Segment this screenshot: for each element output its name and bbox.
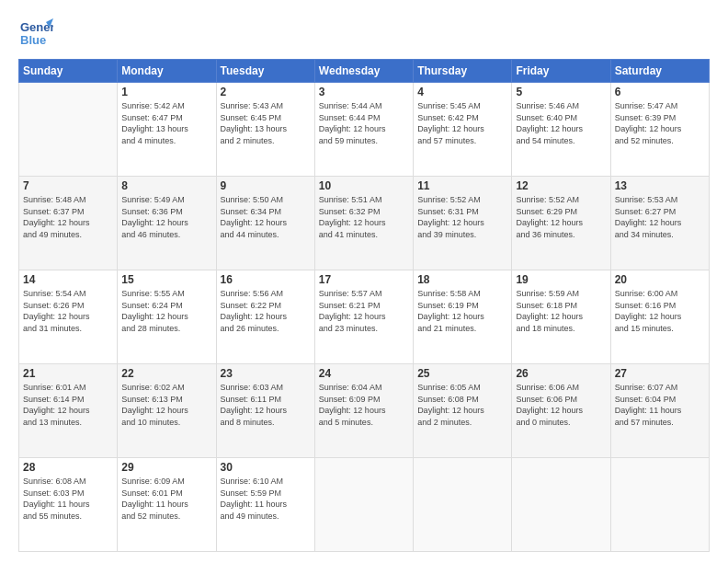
day-info: Sunrise: 5:58 AM Sunset: 6:19 PM Dayligh… bbox=[417, 288, 507, 334]
calendar-cell: 19Sunrise: 5:59 AM Sunset: 6:18 PM Dayli… bbox=[512, 270, 610, 364]
day-info: Sunrise: 5:55 AM Sunset: 6:24 PM Dayligh… bbox=[121, 288, 211, 334]
calendar-cell bbox=[512, 458, 610, 552]
calendar-cell: 18Sunrise: 5:58 AM Sunset: 6:19 PM Dayli… bbox=[414, 270, 512, 364]
calendar-week-row: 14Sunrise: 5:54 AM Sunset: 6:26 PM Dayli… bbox=[19, 270, 710, 364]
day-info: Sunrise: 6:03 AM Sunset: 6:11 PM Dayligh… bbox=[221, 382, 311, 428]
calendar-cell: 21Sunrise: 6:01 AM Sunset: 6:14 PM Dayli… bbox=[19, 364, 118, 458]
day-info: Sunrise: 6:08 AM Sunset: 6:03 PM Dayligh… bbox=[23, 476, 113, 522]
day-info: Sunrise: 5:52 AM Sunset: 6:31 PM Dayligh… bbox=[417, 194, 507, 240]
day-info: Sunrise: 6:09 AM Sunset: 6:01 PM Dayligh… bbox=[121, 476, 211, 522]
day-info: Sunrise: 5:53 AM Sunset: 6:27 PM Dayligh… bbox=[615, 194, 705, 240]
calendar-week-row: 1Sunrise: 5:42 AM Sunset: 6:47 PM Daylig… bbox=[19, 83, 710, 177]
calendar-cell: 5Sunrise: 5:46 AM Sunset: 6:40 PM Daylig… bbox=[512, 83, 610, 177]
page: General Blue SundayMondayTuesdayWednesda… bbox=[0, 0, 728, 563]
day-number: 2 bbox=[221, 86, 311, 98]
calendar-cell: 7Sunrise: 5:48 AM Sunset: 6:37 PM Daylig… bbox=[19, 177, 118, 270]
day-number: 16 bbox=[221, 273, 311, 286]
day-number: 11 bbox=[417, 179, 507, 192]
day-number: 3 bbox=[319, 86, 409, 98]
day-number: 9 bbox=[221, 179, 311, 192]
calendar-cell: 8Sunrise: 5:49 AM Sunset: 6:36 PM Daylig… bbox=[118, 177, 216, 270]
day-number: 25 bbox=[417, 367, 507, 380]
calendar-cell: 11Sunrise: 5:52 AM Sunset: 6:31 PM Dayli… bbox=[414, 177, 512, 270]
weekday-header-friday: Friday bbox=[512, 60, 610, 83]
day-number: 23 bbox=[221, 367, 311, 380]
day-info: Sunrise: 5:51 AM Sunset: 6:32 PM Dayligh… bbox=[319, 194, 409, 240]
day-number: 29 bbox=[121, 461, 211, 474]
calendar-cell bbox=[610, 458, 709, 552]
day-number: 7 bbox=[23, 179, 113, 192]
day-info: Sunrise: 5:59 AM Sunset: 6:18 PM Dayligh… bbox=[516, 288, 606, 334]
calendar-cell: 3Sunrise: 5:44 AM Sunset: 6:44 PM Daylig… bbox=[314, 83, 413, 177]
day-number: 14 bbox=[23, 273, 113, 286]
day-number: 26 bbox=[516, 367, 606, 380]
day-info: Sunrise: 5:57 AM Sunset: 6:21 PM Dayligh… bbox=[319, 288, 409, 334]
day-info: Sunrise: 6:07 AM Sunset: 6:04 PM Dayligh… bbox=[615, 382, 705, 428]
day-info: Sunrise: 6:02 AM Sunset: 6:13 PM Dayligh… bbox=[121, 382, 211, 428]
calendar-cell: 14Sunrise: 5:54 AM Sunset: 6:26 PM Dayli… bbox=[19, 270, 118, 364]
calendar-cell bbox=[314, 458, 413, 552]
svg-text:Blue: Blue bbox=[20, 33, 46, 47]
weekday-header-saturday: Saturday bbox=[610, 60, 709, 83]
day-info: Sunrise: 6:04 AM Sunset: 6:09 PM Dayligh… bbox=[319, 382, 409, 428]
day-number: 18 bbox=[417, 273, 507, 286]
calendar-cell: 24Sunrise: 6:04 AM Sunset: 6:09 PM Dayli… bbox=[314, 364, 413, 458]
calendar-cell bbox=[19, 83, 118, 177]
day-info: Sunrise: 5:46 AM Sunset: 6:40 PM Dayligh… bbox=[516, 100, 606, 146]
day-info: Sunrise: 6:05 AM Sunset: 6:08 PM Dayligh… bbox=[417, 382, 507, 428]
day-number: 8 bbox=[121, 179, 211, 192]
calendar-cell: 1Sunrise: 5:42 AM Sunset: 6:47 PM Daylig… bbox=[118, 83, 216, 177]
weekday-header-thursday: Thursday bbox=[414, 60, 512, 83]
day-info: Sunrise: 6:01 AM Sunset: 6:14 PM Dayligh… bbox=[23, 382, 113, 428]
header: General Blue bbox=[18, 15, 710, 50]
calendar-cell: 25Sunrise: 6:05 AM Sunset: 6:08 PM Dayli… bbox=[414, 364, 512, 458]
calendar-week-row: 28Sunrise: 6:08 AM Sunset: 6:03 PM Dayli… bbox=[19, 458, 710, 552]
day-info: Sunrise: 5:49 AM Sunset: 6:36 PM Dayligh… bbox=[121, 194, 211, 240]
calendar-cell: 22Sunrise: 6:02 AM Sunset: 6:13 PM Dayli… bbox=[118, 364, 216, 458]
day-number: 13 bbox=[615, 179, 705, 192]
calendar-cell: 9Sunrise: 5:50 AM Sunset: 6:34 PM Daylig… bbox=[216, 177, 314, 270]
day-info: Sunrise: 5:54 AM Sunset: 6:26 PM Dayligh… bbox=[23, 288, 113, 334]
day-info: Sunrise: 5:52 AM Sunset: 6:29 PM Dayligh… bbox=[516, 194, 606, 240]
day-number: 19 bbox=[516, 273, 606, 286]
weekday-header-sunday: Sunday bbox=[19, 60, 118, 83]
day-number: 21 bbox=[23, 367, 113, 380]
calendar-table: SundayMondayTuesdayWednesdayThursdayFrid… bbox=[18, 59, 710, 552]
day-info: Sunrise: 6:10 AM Sunset: 5:59 PM Dayligh… bbox=[221, 476, 311, 522]
day-number: 27 bbox=[615, 367, 705, 380]
calendar-cell: 28Sunrise: 6:08 AM Sunset: 6:03 PM Dayli… bbox=[19, 458, 118, 552]
day-number: 30 bbox=[221, 461, 311, 474]
calendar-cell: 16Sunrise: 5:56 AM Sunset: 6:22 PM Dayli… bbox=[216, 270, 314, 364]
day-info: Sunrise: 5:42 AM Sunset: 6:47 PM Dayligh… bbox=[121, 100, 211, 146]
calendar-cell: 15Sunrise: 5:55 AM Sunset: 6:24 PM Dayli… bbox=[118, 270, 216, 364]
weekday-header-wednesday: Wednesday bbox=[314, 60, 413, 83]
calendar-cell bbox=[414, 458, 512, 552]
day-number: 1 bbox=[121, 86, 211, 98]
calendar-cell: 4Sunrise: 5:45 AM Sunset: 6:42 PM Daylig… bbox=[414, 83, 512, 177]
calendar-cell: 30Sunrise: 6:10 AM Sunset: 5:59 PM Dayli… bbox=[216, 458, 314, 552]
day-number: 6 bbox=[615, 86, 705, 98]
weekday-header-row: SundayMondayTuesdayWednesdayThursdayFrid… bbox=[19, 60, 710, 83]
day-info: Sunrise: 5:43 AM Sunset: 6:45 PM Dayligh… bbox=[221, 100, 311, 146]
weekday-header-tuesday: Tuesday bbox=[216, 60, 314, 83]
day-info: Sunrise: 5:50 AM Sunset: 6:34 PM Dayligh… bbox=[221, 194, 311, 240]
calendar-cell: 26Sunrise: 6:06 AM Sunset: 6:06 PM Dayli… bbox=[512, 364, 610, 458]
calendar-cell: 17Sunrise: 5:57 AM Sunset: 6:21 PM Dayli… bbox=[314, 270, 413, 364]
day-number: 22 bbox=[121, 367, 211, 380]
calendar-cell: 13Sunrise: 5:53 AM Sunset: 6:27 PM Dayli… bbox=[610, 177, 709, 270]
calendar-cell: 23Sunrise: 6:03 AM Sunset: 6:11 PM Dayli… bbox=[216, 364, 314, 458]
calendar-cell: 10Sunrise: 5:51 AM Sunset: 6:32 PM Dayli… bbox=[314, 177, 413, 270]
day-info: Sunrise: 5:44 AM Sunset: 6:44 PM Dayligh… bbox=[319, 100, 409, 146]
day-info: Sunrise: 6:06 AM Sunset: 6:06 PM Dayligh… bbox=[516, 382, 606, 428]
calendar-week-row: 21Sunrise: 6:01 AM Sunset: 6:14 PM Dayli… bbox=[19, 364, 710, 458]
weekday-header-monday: Monday bbox=[118, 60, 216, 83]
day-number: 12 bbox=[516, 179, 606, 192]
day-number: 24 bbox=[319, 367, 409, 380]
day-info: Sunrise: 5:48 AM Sunset: 6:37 PM Dayligh… bbox=[23, 194, 113, 240]
calendar-cell: 27Sunrise: 6:07 AM Sunset: 6:04 PM Dayli… bbox=[610, 364, 709, 458]
day-info: Sunrise: 5:45 AM Sunset: 6:42 PM Dayligh… bbox=[417, 100, 507, 146]
day-info: Sunrise: 5:56 AM Sunset: 6:22 PM Dayligh… bbox=[221, 288, 311, 334]
calendar-cell: 2Sunrise: 5:43 AM Sunset: 6:45 PM Daylig… bbox=[216, 83, 314, 177]
logo-icon: General Blue bbox=[18, 15, 53, 50]
calendar-cell: 29Sunrise: 6:09 AM Sunset: 6:01 PM Dayli… bbox=[118, 458, 216, 552]
